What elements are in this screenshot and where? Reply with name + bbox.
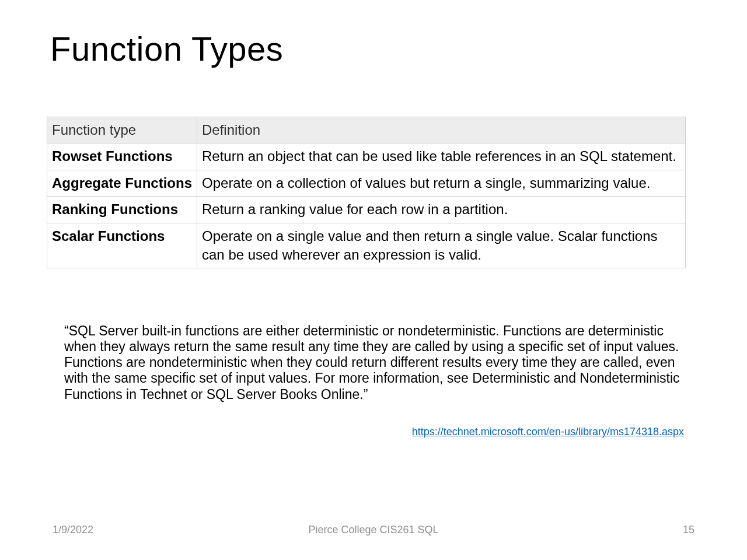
- cell-function-type: Rowset Functions: [47, 144, 197, 170]
- table-row: Ranking Functions Return a ranking value…: [47, 197, 686, 223]
- slide: Function Types Function type Definition …: [0, 0, 747, 560]
- table-header-row: Function type Definition: [47, 117, 686, 144]
- header-function-type: Function type: [47, 117, 197, 144]
- table-row: Rowset Functions Return an object that c…: [47, 144, 686, 170]
- citation-link[interactable]: https://technet.microsoft.com/en-us/libr…: [412, 426, 684, 438]
- cell-definition: Return a ranking value for each row in a…: [197, 197, 686, 223]
- header-definition: Definition: [197, 117, 686, 144]
- cell-definition: Operate on a single value and then retur…: [197, 223, 686, 268]
- cell-function-type: Scalar Functions: [47, 223, 197, 268]
- table-row: Scalar Functions Operate on a single val…: [47, 223, 686, 268]
- footer-course: Pierce College CIS261 SQL: [0, 524, 747, 536]
- cell-definition: Operate on a collection of values but re…: [197, 170, 686, 196]
- cell-definition: Return an object that can be used like t…: [197, 144, 686, 170]
- table-row: Aggregate Functions Operate on a collect…: [47, 170, 686, 196]
- slide-title: Function Types: [50, 29, 283, 68]
- cell-function-type: Ranking Functions: [47, 197, 197, 223]
- function-types-table: Function type Definition Rowset Function…: [47, 117, 686, 268]
- citation: https://technet.microsoft.com/en-us/libr…: [412, 426, 684, 438]
- cell-function-type: Aggregate Functions: [47, 170, 197, 196]
- quote-paragraph: “SQL Server built-in functions are eithe…: [64, 323, 680, 402]
- slide-footer: 1/9/2022 Pierce College CIS261 SQL 15: [0, 524, 747, 538]
- footer-page-number: 15: [683, 524, 694, 536]
